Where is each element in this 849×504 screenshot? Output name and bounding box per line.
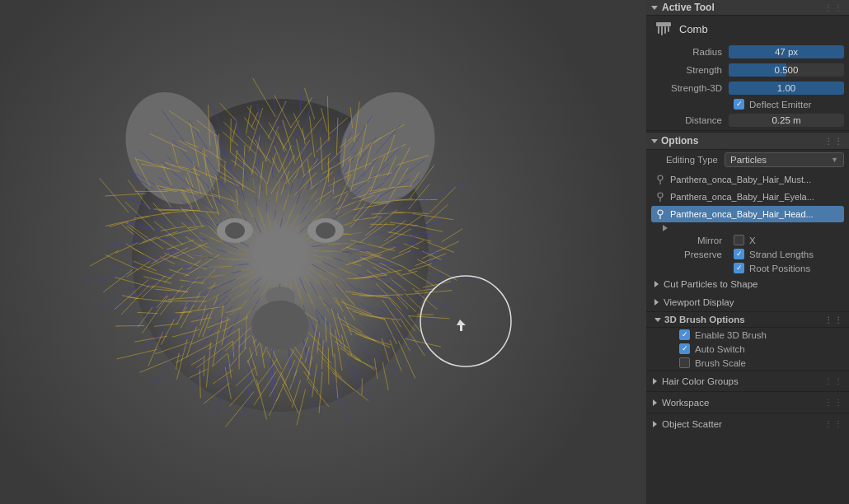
- enable-3d-brush-label: Enable 3D Brush: [695, 330, 767, 340]
- options-label: Options: [661, 135, 698, 147]
- deflect-emitter-checkbox[interactable]: [734, 99, 744, 110]
- brush-options-header: 3D Brush Options ⋮⋮: [646, 311, 849, 328]
- workspace-label: Workspace: [662, 398, 709, 408]
- mirror-row: Mirror X: [646, 233, 849, 247]
- strength-label: Strength: [654, 65, 729, 75]
- svg-rect-1: [658, 26, 659, 34]
- radius-label: Radius: [654, 47, 729, 57]
- viewport-display-label: Viewport Display: [664, 297, 734, 307]
- svg-rect-2: [661, 26, 663, 35]
- particle-item-0[interactable]: Panthera_onca_Baby_Hair_Must...: [651, 171, 844, 188]
- particle-item-2[interactable]: Panthera_onca_Baby_Hair_Head...: [651, 206, 844, 222]
- active-tool-header: Active Tool ⋮⋮: [646, 0, 849, 16]
- tool-name: Comb: [679, 23, 708, 35]
- strength3d-value[interactable]: 1.00: [729, 82, 844, 95]
- auto-switch-row: Auto Switch: [646, 342, 849, 356]
- enable-3d-brush-row: Enable 3D Brush: [646, 328, 849, 342]
- arrow-row: [646, 225, 849, 233]
- mirror-x-checkbox[interactable]: [734, 235, 744, 245]
- distance-value[interactable]: 0.25 m: [729, 114, 844, 127]
- distance-row: Distance 0.25 m: [646, 111, 849, 129]
- hair-color-groups-icon: [653, 378, 657, 385]
- brush-options-dots: ⋮⋮: [824, 315, 844, 324]
- particle-item-label-0: Panthera_onca_Baby_Hair_Must...: [670, 175, 811, 184]
- preserve-label: Preserve: [654, 250, 729, 259]
- radius-row: Radius 47 px: [646, 43, 849, 61]
- mirror-label: Mirror: [654, 236, 729, 245]
- svg-rect-0: [656, 22, 671, 26]
- viewport[interactable]: [0, 0, 646, 504]
- deflect-emitter-row: Deflect Emitter: [646, 97, 849, 111]
- options-dots: ⋮⋮: [824, 137, 844, 146]
- object-scatter-section[interactable]: Object Scatter ⋮⋮: [646, 413, 849, 434]
- svg-rect-3: [664, 26, 666, 34]
- cut-particles-label: Cut Particles to Shape: [664, 279, 758, 289]
- brush-scale-checkbox[interactable]: [679, 357, 690, 368]
- editing-type-select[interactable]: Particles ▼: [725, 152, 844, 167]
- object-scatter-icon: [653, 421, 657, 427]
- workspace-icon: [653, 399, 657, 406]
- active-tool-collapse-icon: [651, 6, 658, 10]
- comb-icon: [654, 20, 673, 38]
- hair-color-groups-dots: ⋮⋮: [824, 376, 844, 385]
- distance-label: Distance: [654, 115, 729, 125]
- brush-scale-label: Brush Scale: [695, 358, 746, 368]
- arrow-right-icon: [663, 225, 668, 231]
- particle-item-1[interactable]: Panthera_onca_Baby_Hair_Eyela...: [651, 189, 844, 205]
- strength3d-row: Strength-3D 1.00: [646, 79, 849, 97]
- particle-list: Panthera_onca_Baby_Hair_Must... Panthera…: [646, 170, 849, 225]
- workspace-dots: ⋮⋮: [824, 398, 844, 407]
- options-header: Options ⋮⋮: [646, 132, 849, 150]
- particle-item-label-1: Panthera_onca_Baby_Hair_Eyela...: [670, 192, 814, 202]
- brush-options-label: 3D Brush Options: [664, 315, 745, 324]
- options-collapse-icon: [651, 139, 658, 143]
- viewport-display-collapse-icon: [654, 299, 659, 306]
- strength-row: Strength 0.500: [646, 61, 849, 79]
- object-scatter-label: Object Scatter: [662, 419, 722, 429]
- radius-value[interactable]: 47 px: [729, 45, 844, 58]
- active-tool-label: Active Tool: [662, 2, 715, 13]
- svg-point-7: [658, 193, 663, 198]
- particle-icon-0: [654, 174, 666, 185]
- editing-type-label: Editing Type: [654, 155, 725, 165]
- viewport-canvas: [0, 0, 646, 504]
- strand-lengths-checkbox[interactable]: [734, 249, 744, 259]
- auto-switch-checkbox[interactable]: [679, 343, 690, 354]
- brush-scale-row: Brush Scale: [646, 356, 849, 370]
- preserve-strand-row: Preserve Strand Lengths: [646, 247, 849, 261]
- root-positions-label: Root Positions: [749, 264, 810, 273]
- root-positions-checkbox[interactable]: [734, 263, 744, 273]
- auto-switch-label: Auto Switch: [695, 344, 745, 354]
- object-scatter-dots: ⋮⋮: [824, 419, 844, 428]
- enable-3d-brush-checkbox[interactable]: [679, 329, 690, 340]
- editing-type-value: Particles: [730, 155, 767, 165]
- svg-point-5: [658, 175, 663, 180]
- particle-icon-2: [654, 208, 666, 220]
- strength3d-label: Strength-3D: [654, 83, 729, 93]
- particle-item-label-2: Panthera_onca_Baby_Hair_Head...: [670, 209, 814, 219]
- editing-type-row: Editing Type Particles ▼: [646, 150, 849, 170]
- cut-particles-collapse-icon: [654, 281, 659, 287]
- hair-color-groups-section[interactable]: Hair Color Groups ⋮⋮: [646, 370, 849, 391]
- tool-name-row: Comb: [646, 16, 849, 43]
- strand-lengths-label: Strand Lengths: [749, 250, 814, 259]
- mirror-x-label: X: [749, 236, 756, 245]
- workspace-section[interactable]: Workspace ⋮⋮: [646, 391, 849, 413]
- particle-icon-1: [654, 191, 666, 203]
- svg-rect-4: [668, 26, 669, 32]
- active-tool-dots: ⋮⋮: [824, 3, 844, 12]
- strength-value[interactable]: 0.500: [729, 63, 844, 77]
- deflect-emitter-label: Deflect Emitter: [749, 100, 811, 110]
- svg-point-9: [658, 210, 663, 215]
- cut-particles-row[interactable]: Cut Particles to Shape: [646, 275, 849, 293]
- viewport-display-row[interactable]: Viewport Display: [646, 293, 849, 311]
- right-panel: Active Tool ⋮⋮ Comb Radius 47 px Strengt…: [646, 0, 849, 504]
- brush-options-collapse-icon: [654, 318, 661, 322]
- preserve-root-row: Root Positions: [646, 261, 849, 275]
- editing-type-chevron: ▼: [831, 156, 838, 164]
- hair-color-groups-label: Hair Color Groups: [662, 376, 739, 386]
